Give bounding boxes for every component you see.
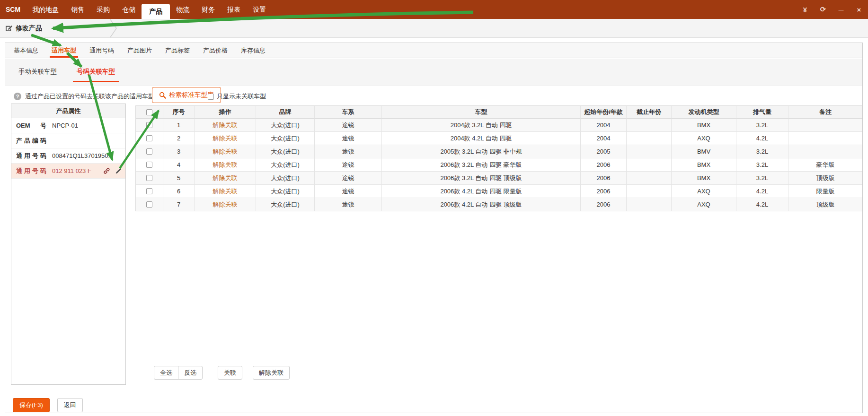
attribute-label: 通用号码 xyxy=(16,167,46,175)
unlink-action[interactable]: 解除关联 xyxy=(213,174,238,182)
row-checkbox[interactable] xyxy=(146,162,152,168)
subtab[interactable]: 手动关联车型 xyxy=(14,59,62,85)
tab[interactable]: 通用号码 xyxy=(83,43,121,58)
pencil-icon[interactable] xyxy=(115,168,122,174)
attribute-label: OEM 号 xyxy=(16,121,46,130)
nav-item[interactable]: 采购 xyxy=(90,0,116,19)
nav-item[interactable]: 设置 xyxy=(247,0,272,19)
cell-action: 解除关联 xyxy=(195,119,256,132)
select-all-button[interactable]: 全选 xyxy=(154,366,178,380)
nav-item[interactable]: 财务 xyxy=(195,0,221,19)
tab[interactable]: 产品图片 xyxy=(121,43,159,58)
save-button[interactable]: 保存(F3) xyxy=(13,398,50,412)
unlink-button[interactable]: 解除关联 xyxy=(253,366,290,380)
cell-year-to xyxy=(627,158,672,172)
tab[interactable]: 产品价格 xyxy=(196,43,234,58)
cell-engine: BMX xyxy=(672,158,736,172)
row-checkbox[interactable] xyxy=(146,135,152,141)
cell-year-from: 2006 xyxy=(581,172,627,185)
attribute-row[interactable]: 通用号码008471Q1L3701950... xyxy=(11,148,125,164)
unlink-action[interactable]: 解除关联 xyxy=(213,134,238,143)
product-tabs: 基本信息适用车型通用号码产品图片产品标签产品价格库存信息 xyxy=(5,43,862,58)
association-subtabs: 手动关联车型号码关联车型 xyxy=(5,59,862,86)
tab[interactable]: 基本信息 xyxy=(7,43,45,58)
cell-year-to xyxy=(627,172,672,185)
cell-model: 2005款 3.2L 自动 四驱 非中规 xyxy=(382,145,581,158)
attribute-row[interactable]: 通用号码012 911 023 F xyxy=(11,164,125,179)
nav-item[interactable]: 报表 xyxy=(221,0,247,19)
tab[interactable]: 库存信息 xyxy=(234,43,272,58)
cell-year-from: 2006 xyxy=(581,185,627,198)
table-row: 4解除关联大众(进口)途锐2006款 3.2L 自动 四驱 豪华版2006BMX… xyxy=(136,158,861,172)
unlink-action[interactable]: 解除关联 xyxy=(213,161,238,169)
back-button[interactable]: 返回 xyxy=(57,398,83,412)
vehicle-table: 序号操作品牌车系车型起始年份/年款截止年份发动机类型排气量备注1解除关联大众(进… xyxy=(135,105,862,211)
table-header-cell: 序号 xyxy=(163,106,195,119)
unlink-action[interactable]: 解除关联 xyxy=(213,187,238,196)
cell-year-to xyxy=(627,185,672,198)
row-select-cell xyxy=(136,185,163,198)
table-row: 1解除关联大众(进口)途锐2004款 3.2L 自动 四驱2004BMX3.2L xyxy=(136,119,861,132)
unlink-action[interactable]: 解除关联 xyxy=(213,200,238,209)
invert-selection-button[interactable]: 反选 xyxy=(178,366,203,380)
cell-model: 2004款 4.2L 自动 四驱 xyxy=(382,132,581,145)
table-header-cell: 排气量 xyxy=(736,106,788,119)
cell-note xyxy=(788,132,862,145)
link-icon[interactable] xyxy=(103,167,110,174)
cell-seq: 3 xyxy=(163,145,195,158)
attribute-row[interactable]: 产品编码 xyxy=(11,133,125,148)
tab[interactable]: 适用车型 xyxy=(45,43,83,58)
unlink-action[interactable]: 解除关联 xyxy=(213,121,238,130)
cell-note xyxy=(788,145,862,158)
table-header-cell: 操作 xyxy=(195,106,256,119)
breadcrumb-divider xyxy=(110,19,117,37)
link-button[interactable]: 关联 xyxy=(218,366,242,380)
nav-item[interactable]: 产品 xyxy=(142,4,170,19)
table-header-cell: 截止年份 xyxy=(627,106,672,119)
product-attributes-panel: 产品属性 OEM 号NPCP-01产品编码通用号码008471Q1L370195… xyxy=(11,104,126,385)
close-icon[interactable]: × xyxy=(855,6,863,14)
cell-year-to xyxy=(627,145,672,158)
nav-item[interactable]: 仓储 xyxy=(116,0,142,19)
attribute-row[interactable]: OEM 号NPCP-01 xyxy=(11,118,125,133)
select-all-checkbox[interactable] xyxy=(146,109,152,115)
unlink-action[interactable]: 解除关联 xyxy=(213,147,238,156)
table-header-cell: 备注 xyxy=(788,106,862,119)
cell-engine: AXQ xyxy=(672,132,736,145)
nav-item[interactable]: 物流 xyxy=(170,0,195,19)
nav-item[interactable]: 我的地盘 xyxy=(26,0,65,19)
cell-action: 解除关联 xyxy=(195,132,256,145)
cell-seq: 2 xyxy=(163,132,195,145)
cell-series: 途锐 xyxy=(315,172,382,185)
table-header-row: 序号操作品牌车系车型起始年份/年款截止年份发动机类型排气量备注 xyxy=(136,106,861,119)
attribute-value: NPCP-01 xyxy=(52,122,78,129)
subtab[interactable]: 号码关联车型 xyxy=(72,59,120,85)
row-checkbox[interactable] xyxy=(146,175,152,181)
filter-unlinked-checkbox[interactable] xyxy=(208,94,214,100)
cell-seq: 5 xyxy=(163,172,195,185)
row-checkbox[interactable] xyxy=(146,188,152,194)
cell-note xyxy=(788,119,862,132)
table-header-cell: 发动机类型 xyxy=(672,106,736,119)
cell-displacement: 3.2L xyxy=(736,172,788,185)
table-header-cell: 起始年份/年款 xyxy=(581,106,627,119)
cell-action: 解除关联 xyxy=(195,172,256,185)
cell-brand: 大众(进口) xyxy=(256,172,315,185)
tab[interactable]: 产品标签 xyxy=(159,43,196,58)
attributes-rows: OEM 号NPCP-01产品编码通用号码008471Q1L3701950...通… xyxy=(11,118,125,179)
help-icon[interactable]: ? xyxy=(14,93,21,100)
cell-displacement: 4.2L xyxy=(736,185,788,198)
minimize-icon[interactable]: ─ xyxy=(837,6,845,14)
refresh-icon[interactable]: ⟳ xyxy=(819,5,827,14)
currency-yen-icon[interactable]: ¥ xyxy=(801,6,809,14)
breadcrumb: 修改产品 xyxy=(0,19,868,38)
row-checkbox[interactable] xyxy=(146,201,152,208)
cell-engine: BMV xyxy=(672,145,736,158)
app-logo: SCM xyxy=(0,0,26,19)
cell-brand: 大众(进口) xyxy=(256,145,315,158)
cell-note: 限量版 xyxy=(788,185,862,198)
row-checkbox[interactable] xyxy=(146,122,152,128)
nav-item[interactable]: 销售 xyxy=(65,0,90,19)
scm-app: SCM 我的地盘销售采购仓储产品物流财务报表设置 ¥⟳─× 修改产品 基本信息适… xyxy=(0,0,868,416)
row-checkbox[interactable] xyxy=(146,148,152,155)
